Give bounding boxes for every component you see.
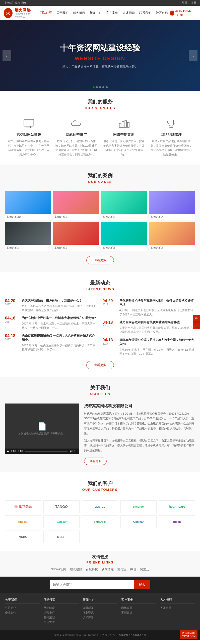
- hero-title: 十年资深网站建设经验: [60, 43, 140, 54]
- service-desc-3: 创意、策划、优化用户价值，把竞争优势方案告诉与价值传递，有效帮助企业打造合理及企…: [103, 139, 145, 157]
- friend-links-list: Sdcms官网 粮食建服 百度科技 新闻传媒 支付宝 微信 阿里云: [5, 567, 195, 572]
- icp-link[interactable]: 蜀ICP备XXXXXXXX号: [119, 633, 146, 636]
- news-view-more-button[interactable]: 查看更多: [86, 361, 114, 369]
- friend-link-5[interactable]: 支付宝: [117, 567, 126, 572]
- footer-link-4-1[interactable]: 商场公司: [121, 606, 156, 610]
- news-title-3[interactable]: 为什么地铁中经过这一二线城市大家都纷纷在红屏为何?: [22, 316, 98, 320]
- video-fullscreen-icon[interactable]: ⛶: [75, 450, 77, 453]
- footer-link-1-1[interactable]: 公司简介: [5, 606, 40, 610]
- case-item-8[interactable]: 案例名称3: [149, 222, 195, 251]
- hero-dot-5[interactable]: [106, 86, 108, 88]
- customer-logo-8: ShiftDock: [82, 515, 118, 528]
- news-title-2[interactable]: 马化腾科技论坛后与互联网+细想，你什么还要把控好打网络: [119, 299, 195, 307]
- news-month-2: 04-20: [103, 299, 116, 303]
- news-desc-1: 用户，当把国内外产品联系与差点进行比较，得了一个很有影响的规律，直有意义的产品都…: [22, 304, 98, 312]
- footer-link-3-1[interactable]: 公司新闻: [83, 606, 117, 610]
- footer-link-2-4[interactable]: 品牌管理: [44, 620, 79, 624]
- hero-dot-4[interactable]: [102, 86, 104, 88]
- customers-subtitle: OUR CUSTOMERS: [5, 488, 195, 492]
- logo-name: 烟火网络: [15, 8, 38, 13]
- video-progress[interactable]: [25, 451, 68, 452]
- footer-link-2-1[interactable]: 网站建设: [44, 606, 79, 610]
- footer-link-1-2[interactable]: 企业文化: [5, 611, 40, 615]
- top-bar-left: 【全站】城市招聘: [4, 1, 28, 5]
- hero-next-button[interactable]: ›: [189, 50, 197, 61]
- search-input[interactable]: [50, 580, 134, 589]
- news-content-3: 为什么地铁中经过这一二线城市大家都纷纷在红屏为何? 2017 年 3 月，在北京…: [22, 316, 98, 330]
- friend-links-title: 友情链接: [5, 554, 195, 560]
- case-item-3[interactable]: 案例名称8: [101, 191, 147, 220]
- about-video-player[interactable]: 📄 沙洲机场地铁标志线路图(约) MIME 类型... ▶ 0:00 / 0:0…: [5, 404, 79, 454]
- nav-home[interactable]: 网站首页: [38, 10, 54, 16]
- footer-link-3-2[interactable]: 行业资讯: [83, 611, 117, 615]
- footer-link-5-1[interactable]: 人才简历: [160, 606, 195, 610]
- customer-logo-2: TANGO: [43, 500, 79, 513]
- case-item-1[interactable]: 案例名称10: [5, 191, 51, 220]
- customer-logo-11: MOBO: [5, 531, 41, 543]
- footer-link-4-2[interactable]: 案例分类: [121, 611, 156, 615]
- case-item-2[interactable]: 案例名称9: [53, 191, 99, 220]
- customers-title: 我们的客户: [5, 480, 195, 487]
- case-thumb-1: [5, 191, 51, 214]
- nav-jobs[interactable]: 人才招聘: [121, 10, 137, 16]
- chart-icon: [116, 117, 131, 130]
- friend-link-3[interactable]: 百度科技: [86, 567, 98, 572]
- news-month-6: 04-18: [103, 338, 116, 342]
- footer-link-3-3[interactable]: 技术博客: [83, 616, 117, 619]
- footer-link-2-3[interactable]: 营销策划: [44, 616, 79, 619]
- side-phone-button[interactable]: 📞: [193, 322, 200, 329]
- hero-dot-2[interactable]: [96, 86, 98, 88]
- about-header: 关于我们 ABOUT US: [5, 377, 195, 401]
- search-button[interactable]: 搜索: [134, 580, 150, 589]
- news-title-6[interactable]: 疯狂36年家家办公室，只有200人的小公司，如何一年收入23...: [119, 338, 195, 346]
- nav-about[interactable]: 关于我们: [54, 10, 71, 16]
- hero-dot-3[interactable]: [99, 86, 101, 88]
- news-header: 最新动态 LATEST NEWS: [5, 272, 195, 296]
- cases-header: 我们的案例 OUR CASES: [5, 165, 195, 189]
- news-item-2: 04-20 2017 马化腾科技论坛后与互联网+细想，你什么还要把控好打网络 4…: [103, 299, 195, 317]
- footer-link-2-2[interactable]: 运营推广: [44, 611, 79, 615]
- news-date-1: 04-20 2017: [5, 299, 19, 312]
- case-item-5[interactable]: 案例名称6: [5, 222, 51, 251]
- case-item-4[interactable]: 案例名称7: [149, 191, 195, 220]
- video-controls: ▶ 0:00 / 0:00 🔊 ⛶: [5, 449, 79, 454]
- friend-link-4[interactable]: 新闻传媒: [102, 567, 114, 572]
- nav-cases[interactable]: 客户案例: [104, 10, 120, 16]
- service-icon-svg-2: [71, 119, 82, 129]
- hero-dot-1[interactable]: [93, 86, 95, 88]
- customer-name-10: tricon: [173, 520, 181, 523]
- customer-name-4: Koloroo: [133, 505, 144, 508]
- friend-link-1[interactable]: Sdcms官网: [51, 567, 66, 572]
- video-volume-icon[interactable]: 🔊: [70, 450, 73, 453]
- nav-news[interactable]: 新闻中心: [88, 10, 104, 16]
- nav-community[interactable]: 社区名称: [154, 10, 170, 16]
- register-link[interactable]: 注册: [191, 1, 196, 4]
- footer-bottom: 成都某某网络科技有限公司 版权所有 © 2008-2022 蜀ICP备XXXXX…: [0, 630, 200, 640]
- about-view-more-button[interactable]: 查看更多: [84, 458, 107, 465]
- hero-prev-button[interactable]: ‹: [3, 50, 11, 61]
- video-play-icon[interactable]: ▶: [7, 450, 9, 453]
- friend-link-7[interactable]: 阿里云: [140, 567, 149, 572]
- nav-services[interactable]: 服务项目: [71, 10, 87, 16]
- services-subtitle: OUR SERVICES: [8, 106, 192, 110]
- friend-link-6[interactable]: 微信: [130, 567, 136, 572]
- news-month-4: 04-18: [103, 320, 116, 325]
- customer-name-7: CigLeaf: [56, 520, 66, 523]
- case-label-1: 案例名称10: [5, 214, 51, 220]
- news-title-1[interactable]: 你天天登陆微信「用户体验」，到底是什么？: [22, 299, 98, 303]
- case-item-6[interactable]: 案例名称5: [53, 222, 99, 251]
- customer-name-12: MERIT: [57, 535, 66, 538]
- news-title-5[interactable]: 头条百家爆博赚钱去点 一点询，六八分析被分钱方式介绍全...: [22, 334, 98, 342]
- friend-links-section: 友情链接 FRIEND LINKS Sdcms官网 粮食建服 百度科技 新闻传媒…: [0, 551, 200, 577]
- hero-content: 十年资深网站建设经验 WEBSITE DESIGN 致力于产品的良好用户体验，有…: [60, 43, 140, 69]
- case-item-7[interactable]: 案例名称4: [101, 222, 147, 251]
- news-title-4[interactable]: 独力百家谷做到利用有关联网营销结果有哪些: [119, 320, 195, 325]
- news-item-6: 04-18 2017 疯狂36年家家办公室，只有200人的小公司，如何一年收入2…: [103, 338, 195, 356]
- side-edit-button[interactable]: ✏: [193, 315, 200, 322]
- friend-link-2[interactable]: 粮食建服: [70, 567, 82, 572]
- login-link[interactable]: 登录: [182, 1, 187, 4]
- nav-contact[interactable]: 联系我们: [137, 10, 153, 16]
- case-label-6: 案例名称5: [53, 245, 99, 251]
- cases-view-more-button[interactable]: 查看更多: [86, 256, 114, 264]
- service-desc-1: 致力于帮助客户实现互联网营销目标，打造以用户为中心，完善的网站运营体验。让您的企…: [8, 139, 50, 157]
